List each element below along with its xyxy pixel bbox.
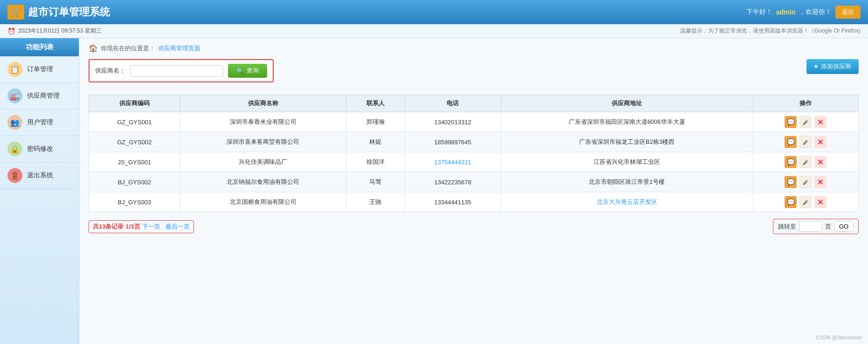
- welcome-text: ，欢迎你！: [799, 8, 832, 16]
- edit-icon[interactable]: [799, 156, 812, 168]
- breadcrumb-current[interactable]: 供应商管理页面: [158, 44, 200, 53]
- go-button[interactable]: GO: [834, 221, 854, 232]
- cell-name: 深圳市泰香米业有限公司: [180, 112, 346, 132]
- delete-icon[interactable]: [814, 196, 827, 208]
- logo-icon: 🛒: [7, 5, 24, 20]
- cell-action: 💬: [753, 112, 858, 132]
- col-phone: 电话: [405, 95, 501, 112]
- sidebar-title: 功能列表: [0, 38, 79, 56]
- search-bar: 供应商名： 🔍 查询: [89, 59, 274, 82]
- message-icon[interactable]: 💬: [785, 136, 797, 148]
- search-button[interactable]: 🔍 查询: [228, 64, 267, 78]
- col-code: 供应商编码: [89, 95, 180, 112]
- last-page-link[interactable]: 最后一页: [165, 223, 190, 231]
- add-button-label: 添加供应商: [821, 62, 851, 71]
- cell-name: 兴化佳美调味品厂: [180, 152, 346, 172]
- cell-contact: 林妮: [346, 132, 405, 152]
- cell-address: 江苏省兴化市林湖工业区: [501, 152, 753, 172]
- sidebar-item-label-password: 密码修改: [27, 145, 53, 153]
- table-row: BJ_GYS002 北京纳福尔食用油有限公司 马莺 13422235678 北京…: [89, 172, 859, 192]
- cell-phone: 18599897645: [405, 132, 501, 152]
- page-info: 1/3页: [125, 223, 140, 231]
- lock-icon: 🔒: [7, 142, 22, 156]
- message-icon[interactable]: 💬: [785, 116, 797, 128]
- cell-contact: 徐国洋: [346, 152, 405, 172]
- message-icon[interactable]: 💬: [785, 196, 797, 208]
- cell-code: JS_GYS001: [89, 152, 180, 172]
- cell-contact: 郑瑾瀚: [346, 112, 405, 132]
- total-records: 共13条记录: [93, 223, 124, 231]
- cell-code: BJ_GYS003: [89, 192, 180, 212]
- cell-action: 💬: [753, 192, 858, 212]
- cell-name: 北京纳福尔食用油有限公司: [180, 172, 346, 192]
- jump-label: 跳转至: [778, 223, 796, 231]
- sidebar: 功能列表 📋 订单管理 🏭 供应商管理 👥 用户管理 🔒 密码修改 🚪 退出系统: [0, 38, 79, 344]
- delete-icon[interactable]: [814, 156, 827, 168]
- cell-action: 💬: [753, 132, 858, 152]
- watermark: CSDN @Stevedash: [816, 335, 861, 340]
- cell-code: BJ_GYS002: [89, 172, 180, 192]
- message-icon[interactable]: 💬: [785, 176, 797, 188]
- delete-icon[interactable]: [814, 176, 827, 188]
- breadcrumb: 🏠 你现在在的位置是： 供应商管理页面: [89, 44, 859, 53]
- pagination-right: 跳转至 页 GO: [773, 219, 859, 234]
- datetime-section: ⏰ 2023年11月01日 09:57:53 星期三: [7, 27, 102, 35]
- cell-address: 广东省深圳市福龙工业区B2栋3楼西: [501, 132, 753, 152]
- main-content: 🏠 你现在在的位置是： 供应商管理页面 供应商名： 🔍 查询 + 添加供应商: [79, 38, 868, 344]
- search-icon: 🔍: [236, 67, 244, 74]
- sidebar-item-label-order: 订单管理: [27, 65, 53, 74]
- sidebar-item-user[interactable]: 👥 用户管理: [0, 109, 79, 136]
- header: 🛒 超市订单管理系统 下午好！ admin ，欢迎你！ 退出: [0, 0, 868, 24]
- cell-code: GZ_GYS002: [89, 132, 180, 152]
- search-button-label: 查询: [247, 67, 259, 75]
- page-label: 页: [825, 223, 831, 231]
- home-icon: 🏠: [89, 44, 98, 53]
- edit-icon[interactable]: [799, 176, 812, 188]
- sidebar-item-label-supplier: 供应商管理: [27, 92, 60, 100]
- clock-icon: ⏰: [7, 27, 15, 35]
- next-page-link[interactable]: 下一页: [142, 223, 160, 231]
- col-contact: 联系人: [346, 95, 405, 112]
- add-supplier-button[interactable]: + 添加供应商: [806, 59, 859, 74]
- exit-icon: 🚪: [7, 168, 22, 183]
- sidebar-item-label-user: 用户管理: [27, 118, 53, 127]
- message-icon[interactable]: 💬: [785, 156, 797, 168]
- cell-contact: 马莺: [346, 172, 405, 192]
- delete-icon[interactable]: [814, 136, 827, 148]
- search-input[interactable]: [130, 65, 223, 77]
- table-row: GZ_GYS001 深圳市泰香米业有限公司 郑瑾瀚 13402013312 广东…: [89, 112, 859, 132]
- sidebar-item-exit[interactable]: 🚪 退出系统: [0, 162, 79, 189]
- cell-phone: 13344441135: [405, 192, 501, 212]
- user-icon: 👥: [7, 115, 22, 130]
- supplier-icon: 🏭: [7, 88, 22, 103]
- cell-contact: 王驰: [346, 192, 405, 212]
- cell-code: GZ_GYS001: [89, 112, 180, 132]
- header-right: 下午好！ admin ，欢迎你！ 退出: [746, 6, 861, 19]
- cell-phone: 13402013312: [405, 112, 501, 132]
- col-action: 操作: [753, 95, 858, 112]
- cell-action: 💬: [753, 152, 858, 172]
- pagination-bar: 共13条记录 1/3页 下一页 最后一页 跳转至 页 GO: [89, 219, 859, 234]
- edit-icon[interactable]: [799, 136, 812, 148]
- layout: 功能列表 📋 订单管理 🏭 供应商管理 👥 用户管理 🔒 密码修改 🚪 退出系统…: [0, 38, 868, 344]
- cell-name: 北京国粮食用油有限公司: [180, 192, 346, 212]
- app-title: 超市订单管理系统: [28, 5, 110, 19]
- sidebar-item-order[interactable]: 📋 订单管理: [0, 56, 79, 83]
- edit-icon[interactable]: [799, 196, 812, 208]
- sidebar-item-password[interactable]: 🔒 密码修改: [0, 136, 79, 162]
- logout-button[interactable]: 退出: [835, 6, 861, 19]
- sidebar-item-supplier[interactable]: 🏭 供应商管理: [0, 83, 79, 109]
- edit-icon[interactable]: [799, 116, 812, 128]
- search-label: 供应商名：: [95, 67, 125, 75]
- subheader: ⏰ 2023年11月01日 09:57:53 星期三 温馨提示：为了能正常浏览，…: [0, 24, 868, 38]
- col-address: 供应商地址: [501, 95, 753, 112]
- cell-phone: 13422235678: [405, 172, 501, 192]
- admin-name: admin: [776, 8, 795, 16]
- jump-input[interactable]: [799, 221, 822, 232]
- pagination-left: 共13条记录 1/3页 下一页 最后一页: [89, 220, 194, 233]
- datetime-text: 2023年11月01日 09:57:53 星期三: [18, 27, 102, 35]
- col-name: 供应商名称: [180, 95, 346, 112]
- delete-icon[interactable]: [814, 116, 827, 128]
- notice-text: 温馨提示：为了能正常浏览，请使用高版本浏览器！（Google Or Firefo…: [680, 27, 861, 35]
- supplier-table: 供应商编码 供应商名称 联系人 电话 供应商地址 操作 GZ_GYS001 深圳…: [89, 94, 859, 212]
